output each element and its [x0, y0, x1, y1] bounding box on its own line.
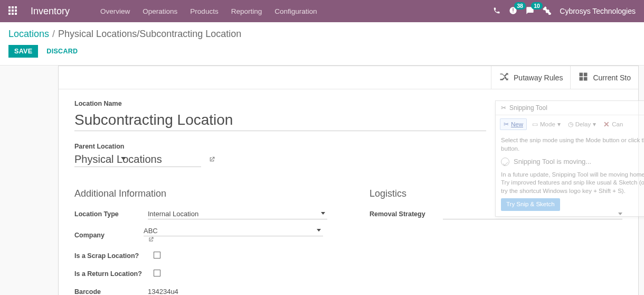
overlay-cancel-button[interactable]: ✕ Can — [601, 118, 625, 130]
phone-icon[interactable] — [493, 7, 500, 16]
overlay-moving-body: In a future update, Snipping Tool will b… — [501, 171, 644, 196]
breadcrumb-root[interactable]: Locations — [8, 29, 49, 39]
location-type-select[interactable] — [148, 209, 327, 219]
overlay-hint-text: Select the snip mode using the Mode butt… — [501, 136, 644, 153]
overlay-delay-button[interactable]: ◷ Delay ▾ — [566, 119, 598, 130]
breadcrumb: Locations / Physical Locations/Subcontra… — [8, 29, 636, 40]
stat-current-stock-label: Current Sto — [593, 73, 631, 82]
action-buttons: SAVE DISCARD — [8, 45, 636, 58]
location-type-label: Location Type — [74, 210, 148, 218]
stat-button-box: Putaway Rules Current Sto — [59, 66, 638, 89]
overlay-mode-label: Mode — [540, 121, 555, 127]
company-label: Company — [74, 232, 144, 239]
nav-item-overview[interactable]: Overview — [94, 7, 136, 15]
barcode-input[interactable] — [148, 287, 327, 295]
overlay-delay-label: Delay — [575, 121, 591, 127]
overlay-toolbar: ✂ New ▭ Mode ▾ ◷ Delay ▾ ✕ Can — [496, 115, 644, 133]
location-name-input[interactable] — [74, 110, 486, 131]
company-switcher[interactable]: Cybrosys Technologies — [560, 7, 636, 15]
save-button[interactable]: SAVE — [8, 45, 38, 58]
overlay-moving-heading: Snipping Tool is moving... — [501, 157, 644, 167]
clock-icon: ◷ — [568, 121, 573, 128]
row-barcode: Barcode — [74, 285, 327, 295]
chevron-down-icon: ▾ — [557, 121, 561, 128]
col-additional-info: Additional Information Location Type Com… — [74, 188, 327, 295]
settings-icon[interactable] — [543, 6, 551, 16]
activities-icon[interactable]: 38 — [509, 6, 517, 16]
overlay-cancel-label: Can — [612, 121, 623, 127]
shuffle-icon — [499, 71, 509, 84]
scissors-icon: ✂ — [501, 104, 506, 112]
apps-icon[interactable] — [8, 6, 18, 16]
overlay-app-title: Snipping Tool — [509, 104, 547, 112]
return-checkbox[interactable] — [154, 270, 160, 276]
company-select[interactable] — [144, 226, 323, 236]
overlay-try-button[interactable]: Try Snip & Sketch — [501, 198, 560, 211]
stat-current-stock[interactable]: Current Sto — [570, 66, 638, 89]
chevron-down-icon — [121, 157, 126, 160]
nav-item-configuration[interactable]: Configuration — [268, 7, 323, 15]
external-link-icon[interactable] — [209, 156, 215, 164]
removal-strategy-label: Removal Strategy — [370, 210, 443, 218]
scrap-checkbox[interactable] — [154, 252, 160, 259]
control-panel: Locations / Physical Locations/Subcontra… — [0, 22, 644, 60]
top-navbar: Inventory Overview Operations Products R… — [0, 0, 644, 22]
discard-button[interactable]: DISCARD — [46, 48, 78, 55]
activities-badge: 38 — [514, 2, 526, 10]
app-brand[interactable]: Inventory — [31, 6, 70, 17]
nav-item-products[interactable]: Products — [184, 7, 224, 15]
info-icon — [501, 158, 509, 166]
overlay-new-label: New — [511, 121, 523, 127]
scissors-icon: ✂ — [504, 121, 509, 128]
row-location-type: Location Type — [74, 208, 327, 220]
overlay-new-button[interactable]: ✂ New — [500, 118, 527, 130]
chevron-down-icon — [321, 212, 325, 215]
stat-putaway-label: Putaway Rules — [514, 73, 563, 82]
heading-additional-info: Additional Information — [74, 188, 327, 199]
row-scrap: Is a Scrap Location? — [74, 250, 327, 262]
breadcrumb-sep: / — [52, 29, 58, 39]
messages-badge: 10 — [531, 2, 543, 10]
nav-item-reporting[interactable]: Reporting — [225, 7, 269, 15]
row-return: Is a Return Location? — [74, 268, 327, 280]
nav-item-operations[interactable]: Operations — [136, 7, 184, 15]
boxes-icon — [578, 71, 589, 84]
overlay-title-bar: ✂ Snipping Tool — [496, 101, 644, 115]
chevron-down-icon — [317, 229, 321, 232]
nav-right: 38 10 Cybrosys Technologies — [493, 6, 636, 16]
snipping-tool-overlay: ✂ Snipping Tool ✂ New ▭ Mode ▾ ◷ Delay ▾… — [495, 100, 644, 217]
chevron-down-icon: ▾ — [593, 121, 596, 128]
overlay-body: Select the snip mode using the Mode butt… — [496, 133, 644, 216]
external-link-icon[interactable] — [148, 236, 154, 244]
rect-icon: ▭ — [532, 121, 538, 128]
messages-icon[interactable]: 10 — [526, 6, 534, 16]
scrap-label: Is a Scrap Location? — [74, 252, 154, 260]
nav-menu: Overview Operations Products Reporting C… — [94, 7, 323, 15]
overlay-mode-button[interactable]: ▭ Mode ▾ — [530, 119, 563, 130]
parent-location-select[interactable] — [74, 153, 201, 167]
barcode-label: Barcode — [74, 288, 148, 295]
close-icon: ✕ — [603, 120, 610, 128]
return-label: Is a Return Location? — [74, 270, 154, 278]
overlay-moving-title: Snipping Tool is moving... — [514, 157, 591, 167]
stat-putaway-rules[interactable]: Putaway Rules — [491, 66, 570, 89]
row-company: Company — [74, 226, 327, 244]
breadcrumb-current: Physical Locations/Subcontracting Locati… — [58, 29, 241, 39]
